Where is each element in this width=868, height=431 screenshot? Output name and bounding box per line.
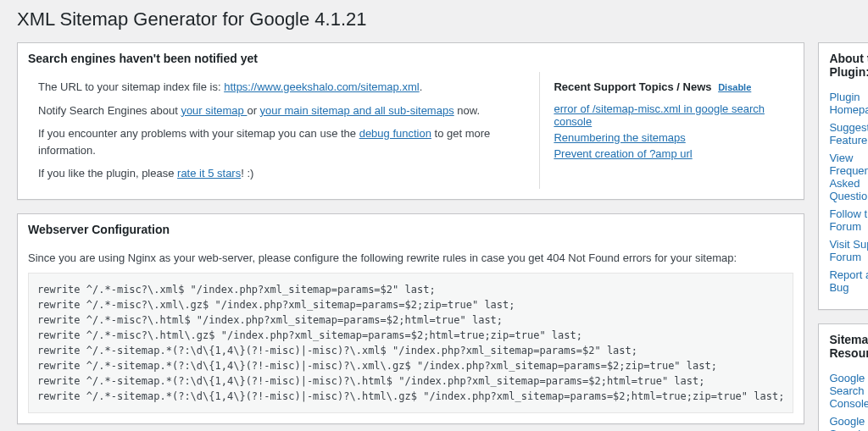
notify-line1: The URL to your sitemap index file is: h… bbox=[38, 79, 519, 96]
support-list: error of /sitemap-misc.xml in google sea… bbox=[554, 102, 793, 160]
rate-link[interactable]: rate it 5 stars bbox=[177, 167, 241, 180]
resources-heading: Sitemap Resources: bbox=[819, 324, 868, 360]
support-item[interactable]: Prevent creation of ?amp url bbox=[554, 147, 692, 160]
notify-box: Search engines haven't been notified yet… bbox=[17, 42, 804, 200]
notify-all-sitemaps-link[interactable]: your main sitemap and all sub-sitemaps bbox=[260, 104, 454, 117]
about-link[interactable]: Visit Support Forum bbox=[829, 238, 868, 263]
notify-line4: If you like the plugin, please rate it 5… bbox=[38, 165, 519, 182]
notify-line3: If you encounter any problems with your … bbox=[38, 125, 519, 158]
support-heading: Recent Support Topics / News Disable bbox=[554, 79, 793, 96]
sitemap-resources-box: Sitemap Resources: Google Search Console… bbox=[818, 323, 868, 431]
about-link[interactable]: Report a Bug bbox=[829, 268, 868, 294]
webserver-heading: Webserver Configuration bbox=[18, 214, 804, 236]
webserver-box: Webserver Configuration Since you are us… bbox=[17, 213, 804, 425]
notify-line2: Notify Search Engines about your sitemap… bbox=[38, 102, 519, 119]
resource-link[interactable]: Google Search Blog bbox=[829, 415, 868, 431]
resource-link[interactable]: Google Search Console bbox=[829, 372, 868, 410]
about-link[interactable]: Follow the Forum bbox=[829, 207, 868, 233]
about-link[interactable]: View Frequently Asked Questions bbox=[829, 152, 868, 202]
support-item[interactable]: Renumbering the sitemaps bbox=[554, 131, 685, 144]
about-link[interactable]: Suggest a Feature bbox=[829, 121, 868, 146]
about-heading: About this Plugin: bbox=[819, 43, 868, 79]
about-plugin-box: About this Plugin: Plugin Homepage Sugge… bbox=[818, 42, 868, 310]
support-item[interactable]: error of /sitemap-misc.xml in google sea… bbox=[554, 102, 765, 128]
debug-function-link[interactable]: debug function bbox=[359, 127, 431, 140]
page-title: XML Sitemap Generator for Google 4.1.21 bbox=[17, 8, 851, 30]
notify-your-sitemap-link[interactable]: your sitemap bbox=[181, 104, 247, 117]
sitemap-url-link[interactable]: https://www.geekshalo.com/sitemap.xml bbox=[224, 80, 419, 93]
rewrite-rules: rewrite ^/.*-misc?\.xml$ "/index.php?xml… bbox=[28, 273, 793, 413]
about-link[interactable]: Plugin Homepage bbox=[829, 91, 868, 116]
webserver-intro: Since you are using Nginx as your web-se… bbox=[28, 250, 793, 267]
support-disable-link[interactable]: Disable bbox=[718, 82, 751, 92]
notify-heading: Search engines haven't been notified yet bbox=[18, 43, 804, 65]
